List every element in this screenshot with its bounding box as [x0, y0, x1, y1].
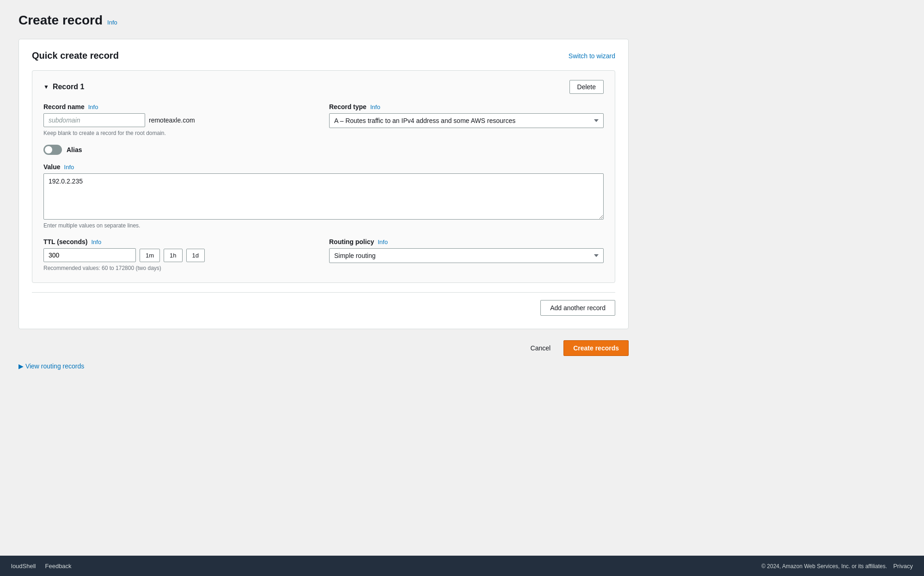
value-hint: Enter multiple values on separate lines.: [43, 222, 604, 229]
page-title-info-link[interactable]: Info: [107, 19, 117, 26]
value-group: Value Info 192.0.2.235 Enter multiple va…: [43, 163, 604, 229]
alias-toggle[interactable]: [43, 145, 62, 155]
card-title: Quick create record: [32, 50, 119, 61]
delete-button[interactable]: Delete: [569, 80, 604, 94]
routing-policy-info-link[interactable]: Info: [378, 239, 388, 245]
switch-to-wizard-link[interactable]: Switch to wizard: [569, 52, 615, 60]
ttl-1h-button[interactable]: 1h: [164, 249, 182, 262]
ttl-hint: Recommended values: 60 to 172800 (two da…: [43, 265, 318, 271]
ttl-1m-button[interactable]: 1m: [140, 249, 160, 262]
create-records-button[interactable]: Create records: [563, 340, 629, 356]
ttl-label: TTL (seconds): [43, 238, 87, 245]
alias-row: Alias: [43, 145, 604, 155]
view-routing-link[interactable]: ▶ View routing records: [18, 362, 84, 370]
record-label: Record 1: [53, 83, 84, 91]
feedback-link[interactable]: Feedback: [45, 563, 72, 570]
ttl-info-link[interactable]: Info: [91, 239, 101, 245]
record-type-label: Record type: [329, 103, 367, 110]
bottom-bar: loudShell Feedback © 2024, Amazon Web Se…: [0, 556, 924, 576]
chevron-down-icon: ▼: [43, 84, 49, 90]
record-type-group: Record type Info A – Routes traffic to a…: [329, 103, 604, 136]
record-type-select[interactable]: A – Routes traffic to an IPv4 address an…: [329, 113, 604, 128]
record-name-label: Record name: [43, 103, 85, 110]
record-type-info-link[interactable]: Info: [370, 104, 380, 110]
value-textarea[interactable]: 192.0.2.235: [43, 173, 604, 220]
record-name-input[interactable]: [43, 113, 145, 127]
record-name-hint: Keep blank to create a record for the ro…: [43, 130, 318, 136]
record-name-info-link[interactable]: Info: [88, 104, 98, 110]
routing-policy-group: Routing policy Info Simple routingFailov…: [329, 238, 604, 271]
cancel-button[interactable]: Cancel: [525, 341, 557, 355]
value-label: Value: [43, 163, 61, 171]
page-title: Create record: [18, 13, 103, 28]
value-info-link[interactable]: Info: [64, 164, 74, 171]
alias-label: Alias: [67, 146, 82, 153]
domain-suffix: remoteaxle.com: [149, 116, 195, 124]
ttl-input[interactable]: [43, 248, 136, 262]
add-another-record-button[interactable]: Add another record: [540, 300, 615, 316]
routing-policy-select[interactable]: Simple routingFailoverGeolocationGeoprox…: [329, 248, 604, 263]
ttl-1d-button[interactable]: 1d: [186, 249, 205, 262]
record-name-group: Record name Info remoteaxle.com Keep bla…: [43, 103, 318, 136]
copyright-text: © 2024, Amazon Web Services, Inc. or its…: [761, 563, 887, 570]
cloudshell-link[interactable]: loudShell: [11, 563, 36, 570]
ttl-group: TTL (seconds) Info 1m 1h 1d Recommended …: [43, 238, 318, 271]
privacy-link[interactable]: Privacy: [893, 563, 913, 570]
record-section: ▼ Record 1 Delete Record name Info remot…: [32, 70, 615, 283]
routing-policy-label: Routing policy: [329, 238, 374, 245]
main-card: Quick create record Switch to wizard ▼ R…: [18, 39, 629, 329]
